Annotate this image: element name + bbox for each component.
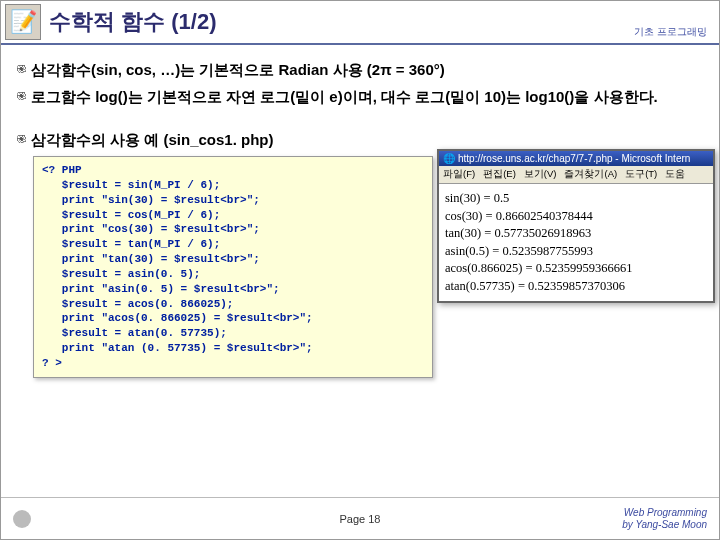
slide-header: 📝 수학적 함수 (1/2) 기초 프로그래밍 — [1, 1, 719, 45]
slide-footer: Page 18 Web Programming by Yang-Sae Moon — [1, 497, 719, 539]
footer-credit-line1: Web Programming — [622, 507, 707, 519]
menu-help[interactable]: 도움 — [665, 168, 685, 181]
menu-file[interactable]: 파일(F) — [443, 168, 475, 181]
menu-edit[interactable]: 편집(E) — [483, 168, 516, 181]
browser-menubar: 파일(F) 편집(E) 보기(V) 즐겨찾기(A) 도구(T) 도움 — [439, 166, 713, 184]
menu-favorites[interactable]: 즐겨찾기(A) — [564, 168, 617, 181]
footer-logo — [13, 510, 35, 528]
bullet-text-2: 로그함수 log()는 기본적으로 자연 로그(밑이 e)이며, 대수 로그(밑… — [31, 86, 658, 107]
footer-credit-line2: by Yang-Sae Moon — [622, 519, 707, 531]
browser-preview: 🌐 http://rose.uns.ac.kr/chap7/7-7.php - … — [437, 149, 715, 303]
bullet-text-3: 삼각함수의 사용 예 (sin_cos1. php) — [31, 129, 274, 150]
slide-subtitle: 기초 프로그래밍 — [634, 25, 707, 39]
bullet-icon: ֎ — [13, 89, 31, 103]
menu-tools[interactable]: 도구(T) — [625, 168, 657, 181]
slide-title: 수학적 함수 (1/2) — [49, 7, 216, 37]
note-icon-glyph: 📝 — [10, 9, 37, 35]
bullet-item: ֎ 삼각함수의 사용 예 (sin_cos1. php) — [13, 129, 707, 150]
note-icon: 📝 — [5, 4, 41, 40]
browser-title-text: http://rose.uns.ac.kr/chap7/7-7.php - Mi… — [458, 153, 690, 164]
page-number: Page 18 — [340, 513, 381, 525]
browser-titlebar: 🌐 http://rose.uns.ac.kr/chap7/7-7.php - … — [439, 151, 713, 166]
bullet-item: ֎ 로그함수 log()는 기본적으로 자연 로그(밑이 e)이며, 대수 로그… — [13, 86, 707, 107]
bullet-icon: ֎ — [13, 62, 31, 76]
menu-view[interactable]: 보기(V) — [524, 168, 557, 181]
bullet-icon: ֎ — [13, 132, 31, 146]
university-logo-icon — [13, 510, 31, 528]
browser-output: sin(30) = 0.5 cos(30) = 0.86602540378444… — [439, 184, 713, 301]
bullet-text-1: 삼각함수(sin, cos, …)는 기본적으로 Radian 사용 (2π =… — [31, 59, 445, 80]
ie-icon: 🌐 — [443, 153, 455, 164]
bullet-item: ֎ 삼각함수(sin, cos, …)는 기본적으로 Radian 사용 (2π… — [13, 59, 707, 80]
footer-credit: Web Programming by Yang-Sae Moon — [622, 507, 707, 531]
code-block: <? PHP $result = sin(M_PI / 6); print "s… — [33, 156, 433, 378]
